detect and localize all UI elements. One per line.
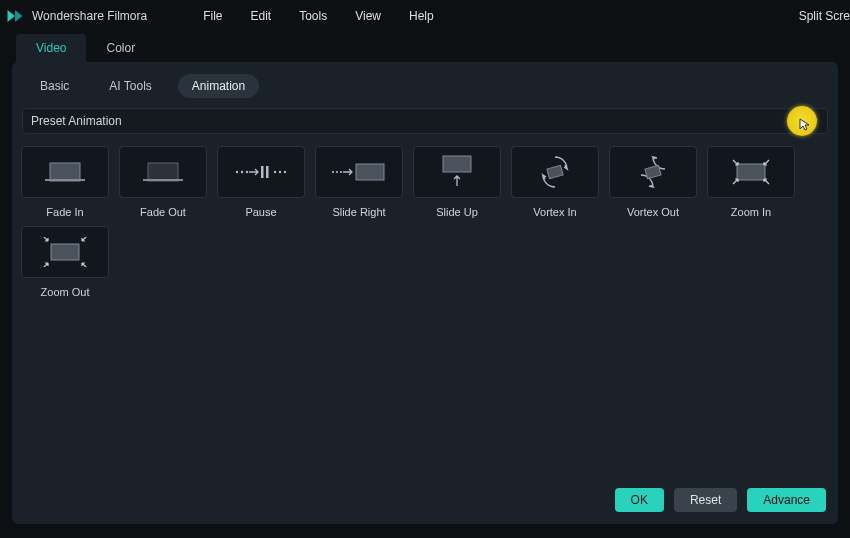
menubar: Wondershare Filmora File Edit Tools View… (0, 0, 850, 32)
footer-buttons: OK Reset Advance (615, 488, 826, 512)
preset-thumb-zoom-out (21, 226, 109, 278)
preset-vortex-in[interactable]: Vortex In (510, 146, 600, 218)
preset-zoom-in[interactable]: Zoom In (706, 146, 796, 218)
preset-label: Slide Right (332, 206, 385, 218)
preset-label: Vortex Out (627, 206, 679, 218)
svg-point-13 (336, 171, 338, 173)
preset-slide-right[interactable]: Slide Right (314, 146, 404, 218)
svg-point-11 (284, 171, 286, 173)
preset-label: Zoom Out (41, 286, 90, 298)
preset-zoom-out[interactable]: Zoom Out (20, 226, 110, 298)
svg-point-5 (241, 171, 243, 173)
preset-label: Vortex In (533, 206, 576, 218)
preset-pause[interactable]: Pause (216, 146, 306, 218)
svg-rect-15 (356, 164, 384, 180)
svg-point-12 (332, 171, 334, 173)
menu-view[interactable]: View (355, 9, 381, 23)
preset-fade-out[interactable]: Fade Out (118, 146, 208, 218)
app-logo-icon (6, 7, 24, 25)
section-preset-animation[interactable]: Preset Animation (22, 108, 828, 134)
svg-rect-20 (51, 244, 79, 260)
tab-video[interactable]: Video (16, 34, 86, 62)
svg-point-6 (246, 171, 248, 173)
svg-rect-0 (50, 163, 80, 181)
preset-thumb-slide-right (315, 146, 403, 198)
preset-label: Zoom In (731, 206, 771, 218)
menu-split-screen[interactable]: Split Scre (799, 9, 850, 23)
sub-tabs: Basic AI Tools Animation (12, 62, 838, 108)
svg-rect-2 (148, 163, 178, 181)
advance-button[interactable]: Advance (747, 488, 826, 512)
preset-thumb-fade-out (119, 146, 207, 198)
preset-thumb-slide-up (413, 146, 501, 198)
preset-thumb-vortex-in (511, 146, 599, 198)
svg-point-14 (340, 171, 342, 173)
main-tabs: Video Color (0, 32, 850, 62)
video-panel: Basic AI Tools Animation Preset Animatio… (12, 62, 838, 524)
preset-grid: Fade In Fade Out Pause Slide Right Slide (12, 134, 838, 310)
svg-rect-1 (45, 179, 85, 181)
app-title: Wondershare Filmora (32, 9, 147, 23)
tab-basic[interactable]: Basic (26, 74, 83, 98)
svg-rect-16 (443, 156, 471, 172)
tab-color[interactable]: Color (86, 34, 155, 62)
svg-rect-17 (547, 165, 563, 178)
preset-fade-in[interactable]: Fade In (20, 146, 110, 218)
svg-point-9 (274, 171, 276, 173)
preset-label: Fade Out (140, 206, 186, 218)
preset-vortex-out[interactable]: Vortex Out (608, 146, 698, 218)
preset-thumb-fade-in (21, 146, 109, 198)
menu-help[interactable]: Help (409, 9, 434, 23)
svg-rect-8 (266, 166, 269, 178)
preset-thumb-vortex-out (609, 146, 697, 198)
tab-animation[interactable]: Animation (178, 74, 259, 98)
preset-label: Pause (245, 206, 276, 218)
svg-rect-19 (737, 164, 765, 180)
cursor-arrow-icon (799, 118, 813, 132)
preset-slide-up[interactable]: Slide Up (412, 146, 502, 218)
ok-button[interactable]: OK (615, 488, 664, 512)
tab-ai-tools[interactable]: AI Tools (95, 74, 165, 98)
preset-label: Fade In (46, 206, 83, 218)
preset-thumb-zoom-in (707, 146, 795, 198)
reset-button[interactable]: Reset (674, 488, 737, 512)
menu-file[interactable]: File (203, 9, 222, 23)
menu-tools[interactable]: Tools (299, 9, 327, 23)
svg-rect-3 (143, 179, 183, 181)
svg-rect-18 (645, 165, 661, 178)
menu-edit[interactable]: Edit (251, 9, 272, 23)
preset-label: Slide Up (436, 206, 478, 218)
svg-point-10 (279, 171, 281, 173)
svg-rect-7 (261, 166, 264, 178)
preset-thumb-pause (217, 146, 305, 198)
svg-point-4 (236, 171, 238, 173)
section-preset-label: Preset Animation (31, 114, 122, 128)
